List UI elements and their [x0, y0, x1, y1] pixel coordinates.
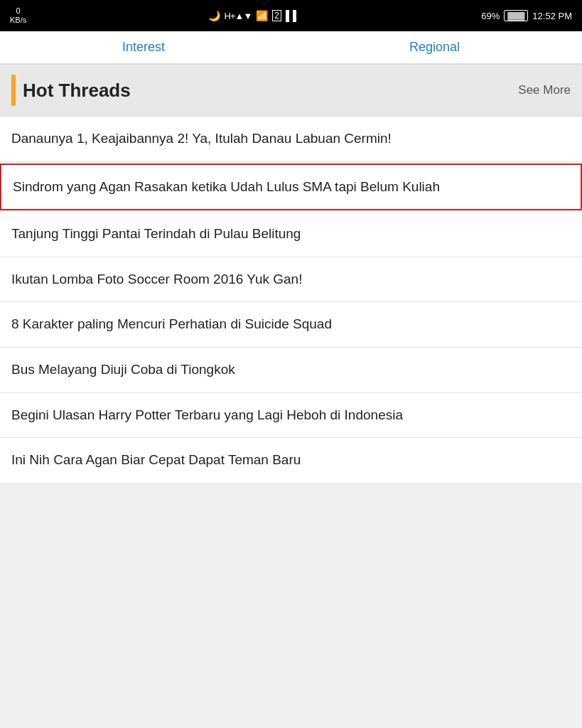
tab-interest[interactable]: Interest: [122, 40, 165, 55]
status-bar: 0 KB/s 🌙 H+▲▼ 📶 2 ▌▌ 69% ▓▓▓ 12:52 PM: [0, 0, 582, 31]
signal-bars2-icon: ▌▌: [286, 10, 300, 21]
tab-regional[interactable]: Regional: [409, 40, 460, 55]
battery-percentage: 69%: [481, 11, 500, 21]
thread-title: Begini Ulasan Harry Potter Terbaru yang …: [11, 407, 403, 422]
status-right-area: 69% ▓▓▓ 12:52 PM: [481, 10, 572, 21]
time-display: 12:52 PM: [532, 11, 572, 21]
thread-title: Ikutan Lomba Foto Soccer Room 2016 Yuk G…: [11, 272, 302, 287]
data-speed: 0 KB/s: [10, 6, 26, 25]
thread-item[interactable]: Ikutan Lomba Foto Soccer Room 2016 Yuk G…: [0, 257, 582, 303]
section-header: Hot Threads See More: [0, 64, 582, 117]
battery-icon: ▓▓▓: [504, 10, 528, 21]
thread-title: Tanjung Tinggi Pantai Terindah di Pulau …: [11, 226, 301, 241]
thread-item[interactable]: Begini Ulasan Harry Potter Terbaru yang …: [0, 393, 582, 439]
thread-list: Danaunya 1, Keajaibannya 2! Ya, Itulah D…: [0, 117, 582, 483]
thread-item[interactable]: Bus Melayang Diuji Coba di Tiongkok: [0, 348, 582, 393]
signal-bars-icon: 📶: [256, 10, 268, 21]
thread-title: Bus Melayang Diuji Coba di Tiongkok: [11, 362, 235, 377]
thread-title: Ini Nih Cara Agan Biar Cepat Dapat Teman…: [11, 452, 301, 467]
status-icons: 🌙 H+▲▼ 📶 2 ▌▌: [208, 10, 300, 21]
thread-title: Sindrom yang Agan Rasakan ketika Udah Lu…: [13, 179, 440, 194]
section-header-left: Hot Threads: [11, 75, 131, 106]
nav-tabs: Interest Regional: [0, 31, 582, 64]
data-speed-unit: KB/s: [10, 16, 26, 25]
section-title: Hot Threads: [23, 80, 131, 102]
thread-title: Danaunya 1, Keajaibannya 2! Ya, Itulah D…: [11, 131, 392, 146]
thread-item[interactable]: Ini Nih Cara Agan Biar Cepat Dapat Teman…: [0, 438, 582, 483]
data-speed-value: 0: [16, 6, 21, 16]
moon-icon: 🌙: [208, 10, 220, 21]
see-more-button[interactable]: See More: [518, 83, 571, 97]
network-icon: H+▲▼: [225, 11, 252, 21]
thread-item[interactable]: 8 Karakter paling Mencuri Perhatian di S…: [0, 302, 582, 348]
thread-item[interactable]: Danaunya 1, Keajaibannya 2! Ya, Itulah D…: [0, 117, 582, 162]
network-type-icon: 2: [272, 10, 281, 21]
thread-item[interactable]: Sindrom yang Agan Rasakan ketika Udah Lu…: [0, 164, 582, 211]
thread-title: 8 Karakter paling Mencuri Perhatian di S…: [11, 316, 332, 331]
thread-item[interactable]: Tanjung Tinggi Pantai Terindah di Pulau …: [0, 212, 582, 257]
orange-accent-bar: [11, 75, 16, 106]
